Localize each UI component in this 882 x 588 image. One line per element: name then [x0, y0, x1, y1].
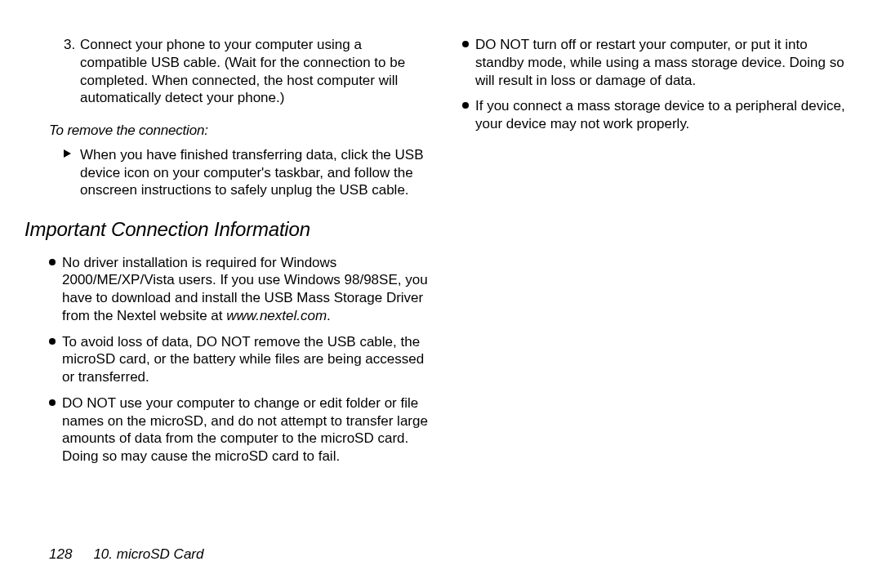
info-item-1-text: No driver installation is required for W…: [62, 255, 428, 323]
remove-step-item: When you have finished transferring data…: [24, 146, 431, 199]
numbered-steps: 3.Connect your phone to your computer us…: [24, 36, 431, 107]
step-3: 3.Connect your phone to your computer us…: [24, 36, 431, 107]
page-number: 128: [49, 546, 72, 562]
info-item-4: DO NOT turn off or restart your computer…: [451, 36, 858, 89]
disc-bullet-icon: [462, 102, 469, 109]
right-column: DO NOT turn off or restart your computer…: [451, 36, 858, 539]
left-column: 3.Connect your phone to your computer us…: [24, 36, 431, 539]
info-list-right: DO NOT turn off or restart your computer…: [451, 36, 858, 133]
section-title: Important Connection Information: [24, 217, 431, 243]
info-item-3-text: DO NOT use your computer to change or ed…: [62, 395, 428, 464]
disc-bullet-icon: [49, 338, 56, 345]
remove-step-text: When you have finished transferring data…: [80, 147, 424, 198]
info-item-1-post: .: [327, 308, 331, 323]
info-item-5-text: If you connect a mass storage device to …: [475, 98, 845, 131]
info-item-4-text: DO NOT turn off or restart your computer…: [475, 37, 844, 88]
info-item-1: No driver installation is required for W…: [24, 254, 431, 325]
step-number: 3.: [64, 36, 80, 54]
info-item-2-text: To avoid loss of data, DO NOT remove the…: [62, 334, 424, 385]
disc-bullet-icon: [49, 399, 56, 406]
remove-steps-list: When you have finished transferring data…: [24, 146, 431, 199]
info-item-3: DO NOT use your computer to change or ed…: [24, 394, 431, 466]
info-item-5: If you connect a mass storage device to …: [451, 97, 858, 133]
disc-bullet-icon: [49, 259, 56, 265]
step-text: Connect your phone to your computer usin…: [80, 37, 405, 105]
page-footer: 12810. microSD Card: [24, 546, 858, 568]
nextel-link: www.nextel.com: [226, 308, 327, 323]
info-list-left: No driver installation is required for W…: [24, 254, 431, 466]
manual-page: 3.Connect your phone to your computer us…: [0, 0, 882, 588]
two-column-layout: 3.Connect your phone to your computer us…: [24, 36, 858, 539]
triangle-bullet-icon: [64, 149, 71, 158]
disc-bullet-icon: [462, 41, 469, 47]
info-item-2: To avoid loss of data, DO NOT remove the…: [24, 333, 431, 386]
chapter-label: 10. microSD Card: [93, 546, 203, 562]
remove-connection-heading: To remove the connection:: [49, 122, 431, 140]
